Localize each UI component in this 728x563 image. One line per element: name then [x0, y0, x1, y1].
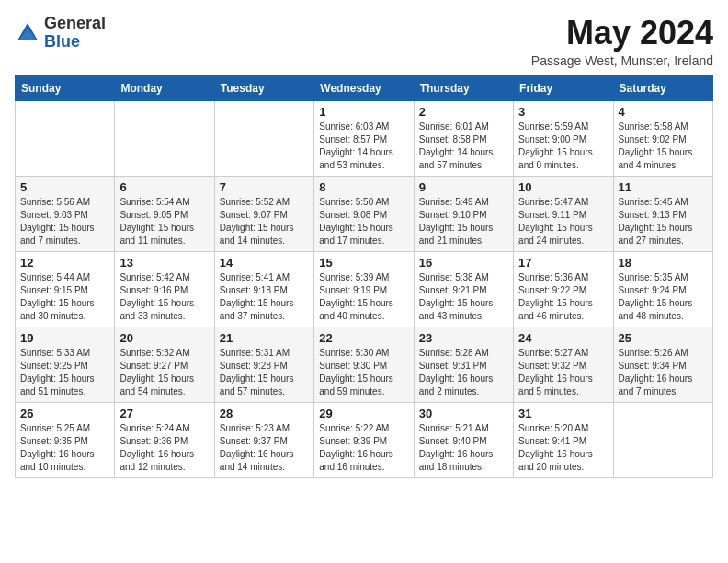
day-info: Sunrise: 5:36 AM Sunset: 9:22 PM Dayligh…	[518, 271, 608, 323]
calendar-cell: 21Sunrise: 5:31 AM Sunset: 9:28 PM Dayli…	[214, 327, 313, 402]
day-info: Sunrise: 5:21 AM Sunset: 9:40 PM Dayligh…	[419, 422, 508, 474]
day-info: Sunrise: 6:01 AM Sunset: 8:58 PM Dayligh…	[419, 121, 508, 172]
day-info: Sunrise: 5:22 AM Sunset: 9:39 PM Dayligh…	[319, 422, 408, 474]
calendar-cell: 15Sunrise: 5:39 AM Sunset: 9:19 PM Dayli…	[314, 251, 414, 327]
day-info: Sunrise: 5:26 AM Sunset: 9:34 PM Dayligh…	[619, 347, 708, 398]
calendar-cell: 30Sunrise: 5:21 AM Sunset: 9:40 PM Dayli…	[414, 402, 513, 477]
day-number: 25	[619, 331, 708, 345]
day-info: Sunrise: 5:23 AM Sunset: 9:37 PM Dayligh…	[220, 422, 309, 474]
day-number: 31	[518, 407, 608, 420]
day-number: 14	[220, 256, 309, 270]
calendar-week-5: 26Sunrise: 5:25 AM Sunset: 9:35 PM Dayli…	[16, 402, 713, 477]
day-number: 27	[119, 407, 209, 420]
calendar-cell: 22Sunrise: 5:30 AM Sunset: 9:30 PM Dayli…	[314, 327, 414, 402]
day-info: Sunrise: 5:52 AM Sunset: 9:07 PM Dayligh…	[220, 196, 309, 247]
calendar-cell: 26Sunrise: 5:25 AM Sunset: 9:35 PM Dayli…	[16, 402, 115, 477]
logo-text: General Blue	[44, 15, 106, 52]
day-number: 12	[20, 256, 109, 270]
day-info: Sunrise: 6:03 AM Sunset: 8:57 PM Dayligh…	[319, 121, 408, 172]
day-number: 1	[319, 105, 408, 119]
calendar-cell: 25Sunrise: 5:26 AM Sunset: 9:34 PM Dayli…	[613, 327, 712, 402]
calendar-cell: 8Sunrise: 5:50 AM Sunset: 9:08 PM Daylig…	[314, 176, 414, 251]
day-info: Sunrise: 5:24 AM Sunset: 9:36 PM Dayligh…	[119, 422, 209, 474]
calendar-cell: 18Sunrise: 5:35 AM Sunset: 9:24 PM Dayli…	[613, 251, 712, 327]
day-number: 17	[518, 256, 608, 270]
calendar-cell: 29Sunrise: 5:22 AM Sunset: 9:39 PM Dayli…	[314, 402, 414, 477]
day-number: 19	[20, 331, 109, 345]
logo: General Blue	[15, 15, 106, 52]
day-number: 5	[20, 180, 109, 194]
month-title: May 2024	[531, 15, 713, 52]
calendar-cell: 12Sunrise: 5:44 AM Sunset: 9:15 PM Dayli…	[16, 251, 115, 327]
day-number: 29	[319, 407, 408, 420]
calendar-cell: 27Sunrise: 5:24 AM Sunset: 9:36 PM Dayli…	[115, 402, 214, 477]
calendar-cell: 6Sunrise: 5:54 AM Sunset: 9:05 PM Daylig…	[115, 176, 214, 251]
location-subtitle: Passage West, Munster, Ireland	[531, 53, 713, 68]
calendar-cell: 5Sunrise: 5:56 AM Sunset: 9:03 PM Daylig…	[16, 176, 115, 251]
day-number: 20	[119, 331, 209, 345]
day-number: 16	[419, 256, 508, 270]
day-info: Sunrise: 5:47 AM Sunset: 9:11 PM Dayligh…	[518, 196, 608, 247]
day-info: Sunrise: 5:27 AM Sunset: 9:32 PM Dayligh…	[518, 347, 608, 398]
day-info: Sunrise: 5:30 AM Sunset: 9:30 PM Dayligh…	[319, 347, 408, 398]
calendar-cell: 24Sunrise: 5:27 AM Sunset: 9:32 PM Dayli…	[514, 327, 613, 402]
calendar-week-3: 12Sunrise: 5:44 AM Sunset: 9:15 PM Dayli…	[16, 251, 713, 327]
calendar-cell: 14Sunrise: 5:41 AM Sunset: 9:18 PM Dayli…	[214, 251, 313, 327]
calendar-cell	[214, 100, 313, 176]
calendar-table: SundayMondayTuesdayWednesdayThursdayFrid…	[15, 75, 713, 478]
day-info: Sunrise: 5:45 AM Sunset: 9:13 PM Dayligh…	[619, 196, 708, 247]
day-number: 3	[518, 105, 608, 119]
day-number: 18	[619, 256, 708, 270]
calendar-cell: 2Sunrise: 6:01 AM Sunset: 8:58 PM Daylig…	[414, 100, 513, 176]
day-info: Sunrise: 5:32 AM Sunset: 9:27 PM Dayligh…	[119, 347, 209, 398]
calendar-cell: 4Sunrise: 5:58 AM Sunset: 9:02 PM Daylig…	[613, 100, 712, 176]
calendar-cell: 20Sunrise: 5:32 AM Sunset: 9:27 PM Dayli…	[115, 327, 214, 402]
day-info: Sunrise: 5:31 AM Sunset: 9:28 PM Dayligh…	[220, 347, 309, 398]
day-info: Sunrise: 5:50 AM Sunset: 9:08 PM Dayligh…	[319, 196, 408, 247]
day-number: 23	[419, 331, 508, 345]
day-number: 4	[619, 105, 708, 119]
calendar-cell: 9Sunrise: 5:49 AM Sunset: 9:10 PM Daylig…	[414, 176, 513, 251]
calendar-cell: 31Sunrise: 5:20 AM Sunset: 9:41 PM Dayli…	[514, 402, 613, 477]
calendar-cell: 17Sunrise: 5:36 AM Sunset: 9:22 PM Dayli…	[514, 251, 613, 327]
day-info: Sunrise: 5:25 AM Sunset: 9:35 PM Dayligh…	[20, 422, 109, 474]
day-number: 15	[319, 256, 408, 270]
weekday-header-saturday: Saturday	[613, 75, 712, 100]
day-info: Sunrise: 5:35 AM Sunset: 9:24 PM Dayligh…	[619, 271, 708, 323]
weekday-header-tuesday: Tuesday	[214, 75, 313, 100]
day-number: 10	[518, 180, 608, 194]
calendar-cell: 3Sunrise: 5:59 AM Sunset: 9:00 PM Daylig…	[514, 100, 613, 176]
day-number: 30	[419, 407, 508, 420]
weekday-header-wednesday: Wednesday	[314, 75, 414, 100]
day-info: Sunrise: 5:58 AM Sunset: 9:02 PM Dayligh…	[619, 121, 708, 172]
calendar-cell: 23Sunrise: 5:28 AM Sunset: 9:31 PM Dayli…	[414, 327, 513, 402]
calendar-header-row: SundayMondayTuesdayWednesdayThursdayFrid…	[16, 75, 713, 100]
calendar-week-4: 19Sunrise: 5:33 AM Sunset: 9:25 PM Dayli…	[16, 327, 713, 402]
calendar-cell: 11Sunrise: 5:45 AM Sunset: 9:13 PM Dayli…	[613, 176, 712, 251]
day-info: Sunrise: 5:33 AM Sunset: 9:25 PM Dayligh…	[20, 347, 109, 398]
calendar-cell	[115, 100, 214, 176]
day-info: Sunrise: 5:54 AM Sunset: 9:05 PM Dayligh…	[119, 196, 209, 247]
calendar-cell: 19Sunrise: 5:33 AM Sunset: 9:25 PM Dayli…	[16, 327, 115, 402]
title-block: May 2024 Passage West, Munster, Ireland	[531, 15, 713, 68]
calendar-cell: 13Sunrise: 5:42 AM Sunset: 9:16 PM Dayli…	[115, 251, 214, 327]
day-info: Sunrise: 5:42 AM Sunset: 9:16 PM Dayligh…	[119, 271, 209, 323]
page-header: General Blue May 2024 Passage West, Muns…	[15, 15, 713, 68]
day-info: Sunrise: 5:44 AM Sunset: 9:15 PM Dayligh…	[20, 271, 109, 323]
calendar-week-1: 1Sunrise: 6:03 AM Sunset: 8:57 PM Daylig…	[16, 100, 713, 176]
day-info: Sunrise: 5:59 AM Sunset: 9:00 PM Dayligh…	[518, 121, 608, 172]
weekday-header-sunday: Sunday	[16, 75, 115, 100]
day-info: Sunrise: 5:49 AM Sunset: 9:10 PM Dayligh…	[419, 196, 508, 247]
weekday-header-friday: Friday	[514, 75, 613, 100]
calendar-cell: 16Sunrise: 5:38 AM Sunset: 9:21 PM Dayli…	[414, 251, 513, 327]
calendar-cell	[16, 100, 115, 176]
day-number: 11	[619, 180, 708, 194]
calendar-cell: 10Sunrise: 5:47 AM Sunset: 9:11 PM Dayli…	[514, 176, 613, 251]
logo-blue: Blue	[44, 33, 106, 52]
day-info: Sunrise: 5:39 AM Sunset: 9:19 PM Dayligh…	[319, 271, 408, 323]
logo-general: General	[44, 15, 106, 33]
day-number: 22	[319, 331, 408, 345]
weekday-header-monday: Monday	[115, 75, 214, 100]
day-number: 21	[220, 331, 309, 345]
calendar-cell: 28Sunrise: 5:23 AM Sunset: 9:37 PM Dayli…	[214, 402, 313, 477]
